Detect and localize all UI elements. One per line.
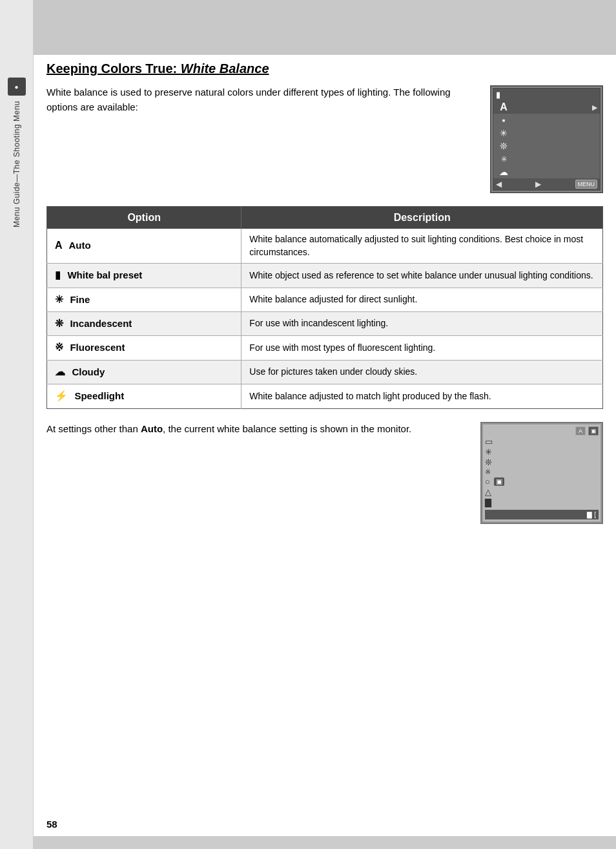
option-cell: ❊ Incandescent bbox=[47, 311, 241, 335]
sidebar-icon bbox=[8, 78, 26, 96]
option-label: Auto bbox=[68, 240, 90, 251]
option-label: Speedlight bbox=[74, 390, 124, 401]
option-icon: ❊ bbox=[55, 318, 66, 329]
options-table: Option Description A AutoWhite balance a… bbox=[46, 206, 603, 409]
sidebar: Menu Guide—The Shooting Menu bbox=[0, 0, 34, 849]
sidebar-label: Menu Guide—The Shooting Menu bbox=[12, 101, 21, 227]
camera-menu-row-preset: ▪ bbox=[493, 114, 600, 127]
description-cell: Use for pictures taken under cloudy skie… bbox=[241, 360, 603, 384]
option-cell: ☁ Cloudy bbox=[47, 360, 241, 384]
option-label: White bal preset bbox=[67, 269, 142, 280]
table-row: A AutoWhite balance automatically adjust… bbox=[47, 229, 603, 264]
col-header-option: Option bbox=[47, 207, 241, 229]
camera-menu-image: ▮ A ▶ ▪ ✳ ❊ bbox=[490, 85, 603, 193]
main-content: Keeping Colors True: White Balance White… bbox=[46, 61, 603, 524]
camera-menu-top-row: ▮ bbox=[493, 89, 600, 101]
description-cell: White balance adjusted to match light pr… bbox=[241, 384, 603, 408]
table-row: ▮ White bal presetWhite object used as r… bbox=[47, 264, 603, 288]
option-label: Incandescent bbox=[70, 318, 132, 329]
table-row: ☁ CloudyUse for pictures taken under clo… bbox=[47, 360, 603, 384]
bottom-text: At settings other than Auto, the current… bbox=[46, 422, 467, 437]
option-icon: ☁ bbox=[55, 366, 68, 377]
option-icon: ⚡ bbox=[55, 390, 70, 401]
intro-section: White balance is used to preserve natura… bbox=[46, 85, 603, 193]
table-row: ⚡ SpeedlightWhite balance adjusted to ma… bbox=[47, 384, 603, 408]
description-cell: For use with incandescent lighting. bbox=[241, 311, 603, 335]
camera-menu-row-cloudy: ☁ bbox=[493, 165, 600, 178]
camera-menu-row-fine: ✳ bbox=[493, 127, 600, 140]
option-cell: ▮ White bal preset bbox=[47, 264, 241, 288]
option-cell: ※ Fluorescent bbox=[47, 336, 241, 360]
description-cell: For use with most types of fluorescent l… bbox=[241, 336, 603, 360]
option-cell: A Auto bbox=[47, 229, 241, 264]
description-cell: White balance automatically adjusted to … bbox=[241, 229, 603, 264]
camera-monitor-image: A ▣ ▭ ✳ ❊ ※ ○ ▣ △ ▇ ▇ [ bbox=[480, 422, 603, 524]
option-icon: ▮ bbox=[55, 269, 63, 280]
camera-menu-row-fluorescent: ※ bbox=[493, 152, 600, 165]
bottom-section: At settings other than Auto, the current… bbox=[46, 422, 603, 524]
col-header-desc: Description bbox=[241, 207, 603, 229]
option-label: Fine bbox=[70, 294, 90, 305]
option-cell: ⚡ Speedlight bbox=[47, 384, 241, 408]
option-icon: A bbox=[55, 240, 65, 251]
page-number: 58 bbox=[46, 819, 57, 830]
camera-menu-row-incandescent: ❊ bbox=[493, 140, 600, 152]
intro-text: White balance is used to preserve natura… bbox=[46, 85, 477, 114]
top-banner bbox=[34, 0, 616, 55]
option-label: Fluorescent bbox=[70, 342, 125, 353]
option-label: Cloudy bbox=[72, 366, 105, 377]
camera-menu-bottom: ◀ ▶ MENU bbox=[493, 178, 600, 190]
table-row: ✳ FineWhite balance adjusted for direct … bbox=[47, 288, 603, 311]
option-cell: ✳ Fine bbox=[47, 288, 241, 311]
option-icon: ※ bbox=[55, 342, 66, 353]
description-cell: White object used as reference to set wh… bbox=[241, 264, 603, 288]
table-row: ※ FluorescentFor use with most types of … bbox=[47, 336, 603, 360]
bottom-bar bbox=[34, 836, 616, 849]
option-icon: ✳ bbox=[55, 294, 66, 305]
page-title: Keeping Colors True: White Balance bbox=[46, 61, 603, 76]
table-row: ❊ IncandescentFor use with incandescent … bbox=[47, 311, 603, 335]
description-cell: White balance adjusted for direct sunlig… bbox=[241, 288, 603, 311]
camera-menu-row-a: A ▶ bbox=[493, 101, 600, 114]
